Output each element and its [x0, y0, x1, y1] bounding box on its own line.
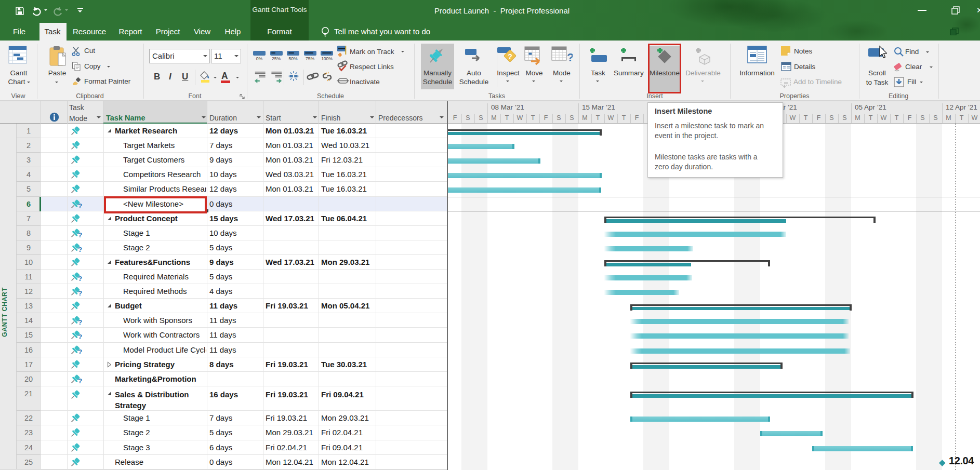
svg-text:?: ? — [78, 202, 82, 209]
svg-text:?: ? — [78, 377, 82, 384]
svg-text:?: ? — [78, 231, 82, 238]
svg-text:?: ? — [78, 245, 82, 253]
svg-text:?: ? — [78, 333, 82, 341]
svg-text:?: ? — [78, 289, 82, 297]
svg-text:?: ? — [78, 347, 82, 355]
svg-text:?: ? — [508, 52, 512, 61]
svg-text:?: ? — [567, 51, 573, 64]
svg-text:?: ? — [78, 318, 82, 326]
svg-text:?: ? — [78, 275, 82, 283]
